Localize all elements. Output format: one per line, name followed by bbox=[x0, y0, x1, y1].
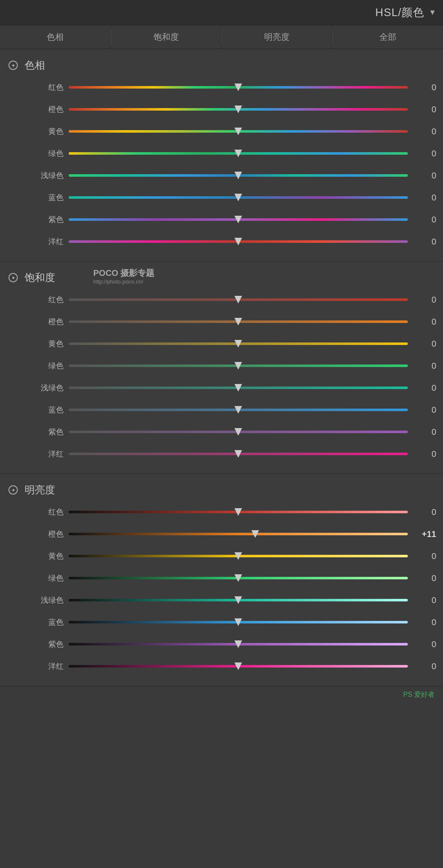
sat-red-track-container bbox=[69, 296, 408, 303]
lum-magenta-label: 洋红 bbox=[25, 661, 64, 671]
saturation-section-icon[interactable] bbox=[8, 273, 18, 282]
sat-aqua-thumb[interactable] bbox=[234, 383, 242, 392]
hue-purple-label: 紫色 bbox=[25, 214, 64, 225]
hue-blue-value: 0 bbox=[413, 193, 436, 203]
lum-red-track[interactable] bbox=[69, 511, 408, 513]
lum-orange-thumb[interactable] bbox=[251, 529, 259, 539]
hue-aqua-track[interactable] bbox=[69, 174, 408, 177]
hue-green-thumb[interactable] bbox=[234, 149, 242, 158]
sat-green-thumb[interactable] bbox=[234, 361, 242, 370]
sat-orange-thumb[interactable] bbox=[234, 317, 242, 326]
hue-yellow-track-container bbox=[69, 128, 408, 135]
sat-orange-track[interactable] bbox=[69, 320, 408, 323]
tab-luminance[interactable]: 明亮度 bbox=[222, 25, 333, 49]
sat-purple-value: 0 bbox=[413, 427, 436, 437]
sat-blue-track[interactable] bbox=[69, 409, 408, 411]
sat-aqua-row: 浅绿色 0 bbox=[0, 377, 443, 399]
hue-magenta-track-container bbox=[69, 238, 408, 245]
tab-all[interactable]: 全部 bbox=[333, 25, 443, 49]
hue-section-icon[interactable] bbox=[8, 61, 18, 70]
sat-aqua-track[interactable] bbox=[69, 387, 408, 389]
lum-blue-track[interactable] bbox=[69, 621, 408, 623]
luminance-section: 明亮度 红色 0 橙色 +11 黄色 bbox=[0, 474, 443, 686]
sat-magenta-track[interactable] bbox=[69, 453, 408, 455]
sat-yellow-thumb[interactable] bbox=[234, 339, 242, 348]
hue-section-header: 色相 bbox=[0, 53, 443, 76]
sat-green-label: 绿色 bbox=[25, 361, 64, 371]
hue-green-track[interactable] bbox=[69, 152, 408, 155]
hue-orange-thumb[interactable] bbox=[234, 105, 242, 114]
hue-aqua-thumb[interactable] bbox=[234, 171, 242, 180]
lum-purple-track[interactable] bbox=[69, 643, 408, 645]
sat-blue-label: 蓝色 bbox=[25, 405, 64, 415]
sat-red-value: 0 bbox=[413, 295, 436, 305]
sat-yellow-track-container bbox=[69, 340, 408, 347]
lum-magenta-thumb[interactable] bbox=[234, 662, 242, 671]
poco-brand-watermark: POCO 摄影专题 bbox=[93, 267, 154, 279]
hue-purple-thumb[interactable] bbox=[234, 215, 242, 224]
lum-aqua-track[interactable] bbox=[69, 599, 408, 601]
lum-icon-dot bbox=[12, 489, 14, 491]
hue-red-track-container bbox=[69, 84, 408, 91]
sat-red-track[interactable] bbox=[69, 298, 408, 301]
sat-green-track[interactable] bbox=[69, 364, 408, 367]
lum-yellow-thumb[interactable] bbox=[234, 551, 242, 561]
lum-yellow-label: 黄色 bbox=[25, 551, 64, 561]
sat-magenta-label: 洋红 bbox=[25, 449, 64, 459]
hue-blue-track[interactable] bbox=[69, 196, 408, 199]
lum-magenta-track[interactable] bbox=[69, 665, 408, 668]
lum-blue-thumb[interactable] bbox=[234, 618, 242, 627]
sat-magenta-value: 0 bbox=[413, 449, 436, 459]
luminance-section-icon[interactable] bbox=[8, 485, 18, 495]
lum-green-track[interactable] bbox=[69, 577, 408, 579]
lum-purple-thumb[interactable] bbox=[234, 640, 242, 649]
hue-magenta-thumb[interactable] bbox=[234, 237, 242, 246]
lum-red-thumb[interactable] bbox=[234, 507, 242, 517]
lum-aqua-thumb[interactable] bbox=[234, 595, 242, 605]
lum-orange-track[interactable] bbox=[69, 533, 408, 535]
hue-orange-value: 0 bbox=[413, 105, 436, 114]
hue-red-track[interactable] bbox=[69, 86, 408, 89]
hue-purple-track[interactable] bbox=[69, 218, 408, 221]
lum-yellow-track[interactable] bbox=[69, 555, 408, 557]
lum-yellow-row: 黄色 0 bbox=[0, 545, 443, 567]
sat-purple-label: 紫色 bbox=[25, 427, 64, 437]
lum-blue-label: 蓝色 bbox=[25, 617, 64, 627]
lum-green-value: 0 bbox=[413, 573, 436, 583]
sat-purple-track[interactable] bbox=[69, 431, 408, 433]
lum-yellow-track-container bbox=[69, 553, 408, 559]
sat-blue-value: 0 bbox=[413, 405, 436, 415]
hue-red-thumb[interactable] bbox=[234, 83, 242, 92]
sat-blue-thumb[interactable] bbox=[234, 405, 242, 415]
lum-red-value: 0 bbox=[413, 507, 436, 517]
hue-red-row: 红色 0 bbox=[0, 76, 443, 98]
hue-yellow-label: 黄色 bbox=[25, 126, 64, 136]
sat-magenta-thumb[interactable] bbox=[234, 449, 242, 459]
hue-orange-track-container bbox=[69, 106, 408, 113]
lum-blue-track-container bbox=[69, 619, 408, 626]
sat-red-thumb[interactable] bbox=[234, 295, 242, 304]
hue-blue-label: 蓝色 bbox=[25, 192, 64, 203]
sat-yellow-track[interactable] bbox=[69, 342, 408, 345]
tab-hue[interactable]: 色相 bbox=[0, 25, 111, 49]
hue-purple-row: 紫色 0 bbox=[0, 209, 443, 231]
dropdown-arrow-icon[interactable]: ▼ bbox=[429, 8, 436, 17]
sat-purple-thumb[interactable] bbox=[234, 427, 242, 437]
hue-yellow-track[interactable] bbox=[69, 130, 408, 133]
hue-yellow-thumb[interactable] bbox=[234, 127, 242, 136]
hue-magenta-value: 0 bbox=[413, 237, 436, 247]
sat-magenta-row: 洋红 0 bbox=[0, 443, 443, 465]
hue-aqua-value: 0 bbox=[413, 171, 436, 181]
lum-orange-value: +11 bbox=[413, 529, 436, 539]
saturation-section-header: 饱和度 POCO 摄影专题 http://photo.poco.cn/ bbox=[0, 266, 443, 289]
lum-green-label: 绿色 bbox=[25, 573, 64, 583]
hue-magenta-track[interactable] bbox=[69, 240, 408, 243]
hue-orange-track[interactable] bbox=[69, 108, 408, 111]
luminance-section-title: 明亮度 bbox=[25, 483, 55, 497]
tab-saturation[interactable]: 饱和度 bbox=[111, 25, 222, 49]
lum-purple-value: 0 bbox=[413, 640, 436, 649]
hue-blue-thumb[interactable] bbox=[234, 193, 242, 202]
lum-green-thumb[interactable] bbox=[234, 573, 242, 583]
sat-yellow-value: 0 bbox=[413, 339, 436, 349]
lum-purple-track-container bbox=[69, 641, 408, 648]
